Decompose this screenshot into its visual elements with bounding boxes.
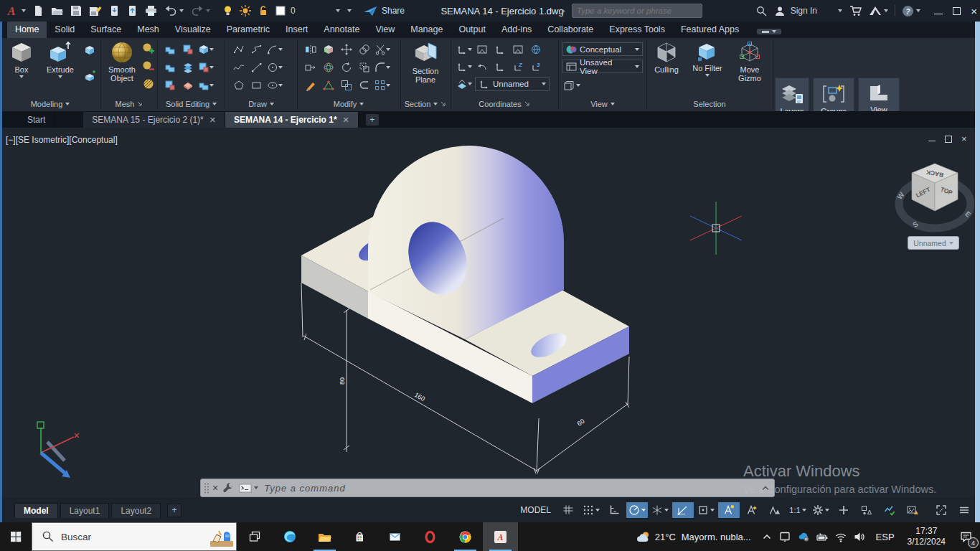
ribbon-tab-express-tools[interactable]: Express Tools: [601, 22, 673, 38]
join-tool[interactable]: [355, 77, 373, 93]
ortho-toggle[interactable]: [603, 502, 625, 518]
language-indicator[interactable]: ESP: [869, 532, 902, 542]
move-gizmo-button[interactable]: Move Gizmo: [730, 41, 769, 83]
ribbon-tab-surface[interactable]: Surface: [83, 22, 129, 38]
ucs-dialog-button[interactable]: [473, 42, 491, 57]
undo-button[interactable]: [161, 1, 187, 20]
copy-tool[interactable]: [355, 42, 373, 57]
help-button[interactable]: ?: [898, 1, 924, 20]
ribbon-tab-parametric[interactable]: Parametric: [219, 22, 278, 38]
viewport-restore-button[interactable]: [945, 136, 952, 143]
ribbon-collapse-button[interactable]: [757, 29, 781, 34]
taskbar-search[interactable]: Buscar: [32, 522, 237, 551]
3d-align-tool[interactable]: [319, 42, 337, 57]
view-dropdown[interactable]: Unsaved View: [562, 60, 643, 73]
mirror-tool[interactable]: [301, 42, 319, 57]
save-button[interactable]: [67, 1, 85, 20]
erase-tool[interactable]: [301, 77, 319, 93]
taskbar-chrome[interactable]: [448, 522, 483, 551]
annotation-autoscale-toggle[interactable]: [741, 502, 763, 518]
ribbon-tab-output[interactable]: Output: [451, 22, 494, 38]
new-tab-button[interactable]: +: [366, 114, 379, 126]
visual-style-dropdown[interactable]: Conceptual: [562, 42, 643, 56]
ucs-3point-button[interactable]: 3: [527, 59, 545, 75]
ribbon-tab-manage[interactable]: Manage: [402, 22, 451, 38]
taskbar-autocad[interactable]: A: [483, 522, 518, 551]
plot-button[interactable]: [141, 1, 161, 20]
ucs-z-button[interactable]: Z: [509, 59, 527, 75]
open-button[interactable]: [47, 1, 67, 20]
tray-onedrive[interactable]: [794, 522, 813, 551]
maximize-button[interactable]: [953, 7, 961, 15]
smooth-object-button[interactable]: Smooth Object: [105, 41, 139, 83]
mesh-panel-label[interactable]: Mesh: [102, 99, 156, 109]
new-layout-button[interactable]: +: [167, 504, 182, 517]
extrude-button[interactable]: Extrude: [42, 41, 79, 78]
ribbon-tab-annotate[interactable]: Annotate: [316, 22, 367, 38]
start-button[interactable]: [0, 522, 32, 551]
mesh-launcher-icon[interactable]: [137, 101, 143, 107]
task-view-button[interactable]: [237, 522, 272, 551]
annotation-visibility-toggle[interactable]: [718, 502, 740, 518]
viewport-minimize-button[interactable]: [928, 141, 936, 141]
ribbon-tab-addins[interactable]: Add-ins: [494, 22, 540, 38]
taskbar-edge[interactable]: [272, 522, 307, 551]
qat-customize-button[interactable]: [344, 1, 355, 20]
save-to-web-button[interactable]: [123, 1, 141, 20]
object-snap-toggle[interactable]: [695, 502, 717, 518]
layout2-tab[interactable]: Layout2: [111, 503, 161, 518]
command-customize-icon[interactable]: [222, 483, 233, 493]
ucs-previous-button[interactable]: [473, 59, 491, 75]
modify-panel-label[interactable]: Modify: [298, 99, 400, 109]
polygon-tool[interactable]: [230, 77, 248, 93]
workspace-switching-button[interactable]: [810, 502, 831, 518]
clock[interactable]: 17:37 3/12/2024: [902, 526, 951, 547]
search-button[interactable]: [753, 1, 771, 20]
intersect-button[interactable]: [161, 60, 179, 75]
arc-tool[interactable]: [265, 42, 283, 57]
section-plane-button[interactable]: Section Plane: [405, 41, 446, 84]
ribbon-tab-view[interactable]: View: [367, 22, 402, 38]
annotation-scale-button[interactable]: 1:1: [787, 502, 809, 518]
3d-model[interactable]: [301, 146, 629, 403]
open-from-web-button[interactable]: [105, 1, 123, 20]
coordinates-launcher-icon[interactable]: [524, 101, 530, 107]
culling-button[interactable]: Culling: [650, 41, 683, 74]
union-button[interactable]: [161, 42, 179, 57]
3d-scale-tool[interactable]: [319, 77, 337, 93]
ucs-named-button[interactable]: [509, 42, 527, 57]
file-tab-semana15[interactable]: SEMANA 15 - Ejercicio 2 (1)*✕: [83, 112, 225, 128]
command-history-toggle[interactable]: [761, 485, 770, 491]
ucs-dynamic-toggle[interactable]: [455, 59, 473, 75]
fillet-edge-button[interactable]: [179, 77, 197, 93]
ribbon-tab-mesh[interactable]: Mesh: [129, 22, 167, 38]
taskbar-store[interactable]: [342, 522, 377, 551]
ucs-world-button[interactable]: [527, 42, 545, 57]
layer-thaw-toggle[interactable]: [236, 1, 255, 20]
new-button[interactable]: [29, 1, 47, 20]
polar-tracking-toggle[interactable]: [626, 502, 648, 518]
ribbon-tab-solid[interactable]: Solid: [47, 22, 83, 38]
ribbon-tab-visualize[interactable]: Visualize: [167, 22, 219, 38]
box-button[interactable]: Box: [6, 41, 37, 78]
taskbar-opera[interactable]: [413, 522, 448, 551]
viewport-config-button[interactable]: [562, 77, 580, 93]
app-store-button[interactable]: [846, 1, 865, 20]
scale-tool[interactable]: [355, 60, 373, 75]
app-menu-button[interactable]: A: [0, 1, 29, 20]
ribbon-tab-featured-apps[interactable]: Featured Apps: [673, 22, 747, 38]
command-drag-handle[interactable]: [204, 483, 209, 494]
ucs-icon-toggle[interactable]: [455, 42, 473, 57]
file-tab-semana14[interactable]: SEMANA 14 - Ejercicio 1*✕: [225, 112, 359, 128]
object-snap-tracking-toggle[interactable]: [672, 502, 694, 518]
coordinates-panel-label[interactable]: Coordinates: [451, 99, 558, 109]
drawing-area[interactable]: 80 160 60 [−][SE Isometric][Conceptual: [0, 128, 980, 498]
command-prompt-icon[interactable]: [239, 483, 252, 493]
command-input[interactable]: Type a command: [264, 483, 345, 494]
circle-tool[interactable]: [265, 60, 283, 75]
ucs-origin-button[interactable]: [491, 42, 509, 57]
extract-edges-button[interactable]: [197, 60, 215, 75]
smooth-less-button[interactable]: [139, 58, 157, 74]
layer-control[interactable]: 0: [272, 1, 344, 20]
sign-in-button[interactable]: Sign In: [771, 1, 846, 20]
